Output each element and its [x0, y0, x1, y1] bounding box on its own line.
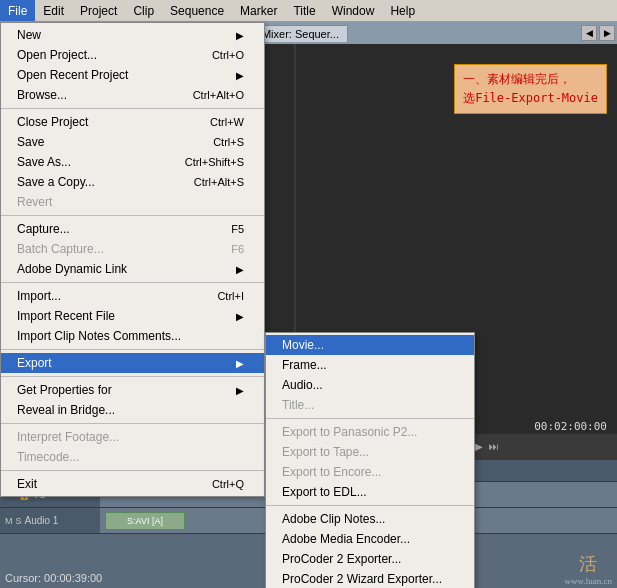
menu-exit-label: Exit	[17, 477, 37, 491]
menu-close-project-label: Close Project	[17, 115, 88, 129]
menu-reveal-in-bridge[interactable]: Reveal in Bridge...	[1, 400, 264, 420]
submenu-title[interactable]: Title...	[266, 395, 474, 415]
menu-new-label: New	[17, 28, 41, 42]
menu-close-project[interactable]: Close Project Ctrl+W	[1, 112, 264, 132]
menubar-title[interactable]: Title	[285, 0, 323, 21]
submenu-title-label: Title...	[282, 398, 314, 412]
menu-get-properties[interactable]: Get Properties for ▶	[1, 380, 264, 400]
menu-browse-shortcut: Ctrl+Alt+O	[193, 89, 244, 101]
menu-export-arrow: ▶	[236, 358, 244, 369]
submenu-edl[interactable]: Export to EDL...	[266, 482, 474, 502]
track-audio-solo[interactable]: S	[16, 516, 22, 526]
menubar-edit[interactable]: Edit	[35, 0, 72, 21]
panel-prev-button[interactable]: ◀	[581, 25, 597, 41]
menu-interpret-footage[interactable]: Interpret Footage...	[1, 427, 264, 447]
submenu-frame-label: Frame...	[282, 358, 327, 372]
cursor-info: Cursor: 00:00:39:00	[5, 572, 102, 584]
menu-browse-label: Browse...	[17, 88, 67, 102]
menu-timecode[interactable]: Timecode...	[1, 447, 264, 467]
submenu-panasonic[interactable]: Export to Panasonic P2...	[266, 422, 474, 442]
menu-save-copy-shortcut: Ctrl+Alt+S	[194, 176, 244, 188]
menu-save-label: Save	[17, 135, 44, 149]
track-audio-label: Audio 1	[25, 515, 59, 526]
menu-save-as[interactable]: Save As... Ctrl+Shift+S	[1, 152, 264, 172]
submenu-clip-notes-label: Adobe Clip Notes...	[282, 512, 385, 526]
menu-import-recent-label: Import Recent File	[17, 309, 115, 323]
submenu-frame[interactable]: Frame...	[266, 355, 474, 375]
submenu-audio[interactable]: Audio...	[266, 375, 474, 395]
menu-export[interactable]: Export ▶	[1, 353, 264, 373]
panel-nav-buttons: ◀ ▶	[581, 25, 615, 41]
menu-new-arrow: ▶	[236, 30, 244, 41]
menu-capture-label: Capture...	[17, 222, 70, 236]
watermark-logo: 活	[565, 552, 612, 576]
cursor-info-text: Cursor: 00:00:39:00	[5, 572, 102, 584]
submenu-procoder2-wizard[interactable]: ProCoder 2 Wizard Exporter...	[266, 569, 474, 588]
submenu-procoder2[interactable]: ProCoder 2 Exporter...	[266, 549, 474, 569]
menu-export-label: Export	[17, 356, 52, 370]
separator-2	[1, 215, 264, 216]
menubar-project[interactable]: Project	[72, 0, 125, 21]
menu-adobe-dynamic-link-label: Adobe Dynamic Link	[17, 262, 127, 276]
submenu-audio-label: Audio...	[282, 378, 323, 392]
menu-save-copy[interactable]: Save a Copy... Ctrl+Alt+S	[1, 172, 264, 192]
menu-open-recent-label: Open Recent Project	[17, 68, 128, 82]
menubar-marker[interactable]: Marker	[232, 0, 285, 21]
menu-exit[interactable]: Exit Ctrl+Q	[1, 474, 264, 494]
menu-browse[interactable]: Browse... Ctrl+Alt+O	[1, 85, 264, 105]
menu-import-label: Import...	[17, 289, 61, 303]
menubar-clip[interactable]: Clip	[125, 0, 162, 21]
menu-capture[interactable]: Capture... F5	[1, 219, 264, 239]
annotation-box: 一、素材编辑完后， 选File-Export-Movie	[454, 64, 607, 114]
separator-5	[1, 376, 264, 377]
menubar-file[interactable]: File	[0, 0, 35, 21]
submenu-encore[interactable]: Export to Encore...	[266, 462, 474, 482]
track-audio-mute[interactable]: M	[5, 516, 13, 526]
separator-4	[1, 349, 264, 350]
submenu-tape[interactable]: Export to Tape...	[266, 442, 474, 462]
menu-import-recent-arrow: ▶	[236, 311, 244, 322]
audio-clip-label: S:AVI [A]	[127, 516, 163, 526]
menu-interpret-footage-label: Interpret Footage...	[17, 430, 119, 444]
submenu-panasonic-label: Export to Panasonic P2...	[282, 425, 417, 439]
menu-save-copy-label: Save a Copy...	[17, 175, 95, 189]
menu-batch-capture-shortcut: F6	[231, 243, 244, 255]
submenu-movie[interactable]: Movie...	[266, 335, 474, 355]
separator-7	[1, 470, 264, 471]
panel-next-button[interactable]: ▶	[599, 25, 615, 41]
submenu-tape-label: Export to Tape...	[282, 445, 369, 459]
submenu-procoder2-label: ProCoder 2 Exporter...	[282, 552, 401, 566]
submenu-movie-label: Movie...	[282, 338, 324, 352]
submenu-clip-notes[interactable]: Adobe Clip Notes...	[266, 509, 474, 529]
menu-open-project-shortcut: Ctrl+O	[212, 49, 244, 61]
audio-clip[interactable]: S:AVI [A]	[105, 512, 185, 530]
menu-get-properties-label: Get Properties for	[17, 383, 112, 397]
menu-open-project[interactable]: Open Project... Ctrl+O	[1, 45, 264, 65]
menu-revert-label: Revert	[17, 195, 52, 209]
menu-batch-capture[interactable]: Batch Capture... F6	[1, 239, 264, 259]
menubar-window[interactable]: Window	[324, 0, 383, 21]
menu-open-recent-arrow: ▶	[236, 70, 244, 81]
menu-import-shortcut: Ctrl+I	[217, 290, 244, 302]
menu-revert[interactable]: Revert	[1, 192, 264, 212]
separator-6	[1, 423, 264, 424]
submenu-media-encoder[interactable]: Adobe Media Encoder...	[266, 529, 474, 549]
menu-adobe-dynamic-link[interactable]: Adobe Dynamic Link ▶	[1, 259, 264, 279]
menu-import[interactable]: Import... Ctrl+I	[1, 286, 264, 306]
menu-new[interactable]: New ▶	[1, 25, 264, 45]
submenu-procoder2-wizard-label: ProCoder 2 Wizard Exporter...	[282, 572, 442, 586]
menu-save[interactable]: Save Ctrl+S	[1, 132, 264, 152]
menubar-sequence[interactable]: Sequence	[162, 0, 232, 21]
submenu-edl-label: Export to EDL...	[282, 485, 367, 499]
menu-import-clip-notes[interactable]: Import Clip Notes Comments...	[1, 326, 264, 346]
menu-import-recent[interactable]: Import Recent File ▶	[1, 306, 264, 326]
menu-open-recent[interactable]: Open Recent Project ▶	[1, 65, 264, 85]
menubar-help[interactable]: Help	[382, 0, 423, 21]
annotation-text: 一、素材编辑完后， 选File-Export-Movie	[463, 72, 598, 105]
program-ctrl-5[interactable]: ⏭	[489, 441, 499, 452]
export-submenu: Movie... Frame... Audio... Title... Expo…	[265, 332, 475, 588]
app-background: Source: (no clips) ▼ × Effect Controls A…	[0, 22, 617, 588]
submenu-separator-2	[266, 505, 474, 506]
menu-exit-shortcut: Ctrl+Q	[212, 478, 244, 490]
menu-close-project-shortcut: Ctrl+W	[210, 116, 244, 128]
